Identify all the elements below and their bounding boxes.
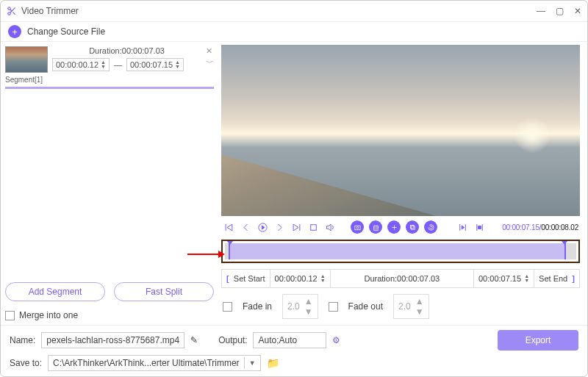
- set-end-label[interactable]: Set End: [539, 274, 567, 283]
- delete-icon[interactable]: [369, 220, 382, 234]
- start-time-input[interactable]: 00:00:00.12▲▼: [270, 270, 330, 287]
- export-button[interactable]: Export: [498, 330, 578, 351]
- svg-rect-13: [354, 226, 359, 230]
- fade-out-value[interactable]: 2.0▲▼: [393, 294, 429, 319]
- svg-line-4: [10, 10, 12, 11]
- minimize-button[interactable]: —: [537, 6, 545, 16]
- fade-row: Fade in 2.0▲▼ Fade out 2.0▲▼: [221, 288, 580, 325]
- playback-controls: 00:00:07.15/00:00:08.02: [221, 216, 580, 238]
- set-start-label[interactable]: Set Start: [234, 274, 265, 283]
- goto-end-icon[interactable]: [290, 221, 302, 233]
- segments-panel: Duration:00:00:07.03 00:00:00.12▲▼ — 00:…: [1, 42, 221, 325]
- segment-duration: Duration:00:00:07.03: [52, 46, 201, 55]
- app-title: Video Trimmer: [21, 6, 79, 16]
- bracket-right-icon[interactable]: ]: [572, 274, 575, 283]
- trim-timeline-container: [221, 240, 580, 263]
- svg-rect-20: [478, 226, 481, 229]
- svg-rect-17: [411, 226, 415, 229]
- dash: —: [114, 60, 122, 69]
- play-icon[interactable]: [257, 221, 268, 233]
- remove-segment-icon[interactable]: ✕: [206, 46, 214, 56]
- fade-out-label: Fade out: [348, 301, 383, 312]
- bracket-play-icon[interactable]: [456, 221, 468, 233]
- annotation-arrow: [187, 251, 225, 258]
- name-label: Name:: [10, 335, 35, 345]
- svg-marker-19: [462, 226, 464, 229]
- end-time-input[interactable]: 00:00:07.15▲▼: [473, 270, 534, 287]
- trim-values-row: [ Set Start 00:00:00.12▲▼ Duration:00:00…: [221, 269, 580, 288]
- trim-selection[interactable]: [229, 243, 566, 259]
- bottom-bar: Name: pexels-lachlan-ross-8775687.mp4 ✎ …: [1, 325, 587, 377]
- segment-end-input[interactable]: 00:00:07.15▲▼: [126, 58, 184, 71]
- segment-row[interactable]: Duration:00:00:07.03 00:00:00.12▲▼ — 00:…: [5, 46, 214, 73]
- svg-rect-18: [410, 225, 414, 229]
- goto-start-icon[interactable]: [223, 221, 234, 233]
- segment-thumbnail: [5, 46, 48, 73]
- bracket-stop-icon[interactable]: [473, 221, 485, 233]
- scissors-icon: [7, 6, 17, 16]
- stop-icon[interactable]: [307, 221, 319, 233]
- volume-icon[interactable]: [324, 221, 336, 233]
- svg-point-0: [8, 7, 11, 10]
- next-frame-icon[interactable]: [273, 221, 285, 233]
- open-folder-icon[interactable]: 📁: [267, 357, 279, 369]
- titlebar: Video Trimmer — ▢ ✕: [1, 1, 587, 21]
- svg-marker-9: [293, 224, 298, 231]
- close-button[interactable]: ✕: [574, 6, 581, 16]
- merge-checkbox[interactable]: [5, 311, 15, 320]
- time-display: 00:00:07.15/00:00:08.02: [502, 223, 578, 231]
- svg-point-1: [8, 12, 11, 15]
- copy-icon[interactable]: [406, 220, 419, 234]
- output-input[interactable]: Auto;Auto: [253, 332, 326, 348]
- source-row: + Change Source File: [1, 21, 587, 42]
- svg-point-14: [356, 226, 359, 229]
- svg-rect-11: [310, 224, 316, 230]
- add-icon[interactable]: [387, 220, 401, 234]
- fade-in-checkbox[interactable]: [223, 302, 232, 312]
- merge-label: Merge into one: [19, 310, 78, 320]
- svg-line-3: [12, 12, 15, 14]
- add-segment-button[interactable]: Add Segment: [5, 282, 105, 301]
- segment-start-input[interactable]: 00:00:00.12▲▼: [52, 58, 110, 71]
- output-settings-icon[interactable]: ⚙: [332, 335, 340, 345]
- output-label: Output:: [218, 335, 247, 345]
- svg-marker-8: [262, 226, 265, 229]
- snapshot-icon[interactable]: [351, 220, 364, 234]
- svg-marker-6: [227, 224, 232, 231]
- video-preview[interactable]: [221, 45, 580, 216]
- collapse-segment-icon[interactable]: ﹀: [206, 57, 214, 68]
- edit-name-icon[interactable]: ✎: [190, 335, 198, 345]
- saveto-label: Save to:: [10, 358, 42, 368]
- duration-display: Duration:00:00:07.03: [330, 270, 473, 287]
- trim-timeline[interactable]: [225, 243, 576, 259]
- reset-icon[interactable]: [424, 220, 437, 234]
- fast-split-button[interactable]: Fast Split: [114, 282, 214, 301]
- saveto-dropdown[interactable]: C:\ArkThinker\ArkThink...erter Ultimate\…: [48, 355, 261, 371]
- svg-marker-12: [326, 224, 331, 231]
- change-source-label[interactable]: Change Source File: [27, 26, 105, 37]
- fade-in-label: Fade in: [243, 301, 272, 312]
- fade-in-value[interactable]: 2.0▲▼: [282, 294, 318, 319]
- fade-out-checkbox[interactable]: [329, 302, 338, 312]
- segment-label: Segment[1]: [5, 76, 214, 84]
- prev-frame-icon[interactable]: [240, 221, 251, 233]
- name-input[interactable]: pexels-lachlan-ross-8775687.mp4: [41, 332, 184, 348]
- bracket-left-icon[interactable]: [: [226, 274, 229, 283]
- maximize-button[interactable]: ▢: [556, 6, 564, 16]
- add-source-button[interactable]: +: [8, 25, 21, 38]
